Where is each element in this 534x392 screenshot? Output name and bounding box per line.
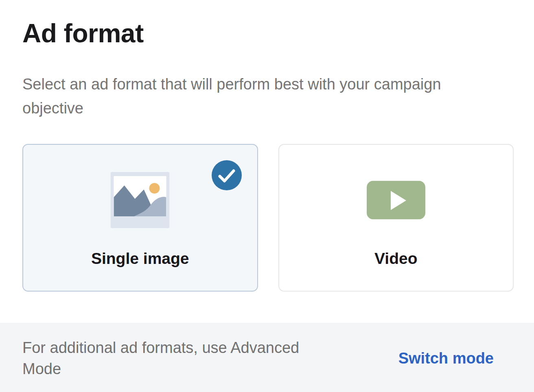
advanced-mode-banner: For additional ad formats, use Advanced …	[0, 323, 534, 392]
ad-format-label-video: Video	[279, 250, 513, 268]
page-title: Ad format	[22, 0, 514, 49]
ad-format-options: Single image Video	[22, 144, 514, 292]
page-subtitle: Select an ad format that will perform be…	[22, 72, 514, 120]
video-play-icon	[367, 181, 425, 220]
ad-format-label-single-image: Single image	[23, 250, 257, 268]
advanced-mode-note: For additional ad formats, use Advanced …	[22, 337, 299, 379]
ad-format-option-single-image[interactable]: Single image	[22, 144, 258, 292]
switch-mode-link[interactable]: Switch mode	[398, 350, 494, 367]
ad-format-option-video[interactable]: Video	[278, 144, 514, 292]
check-icon	[212, 160, 242, 190]
ad-format-panel: Ad format Select an ad format that will …	[0, 0, 534, 292]
image-icon	[111, 172, 170, 228]
